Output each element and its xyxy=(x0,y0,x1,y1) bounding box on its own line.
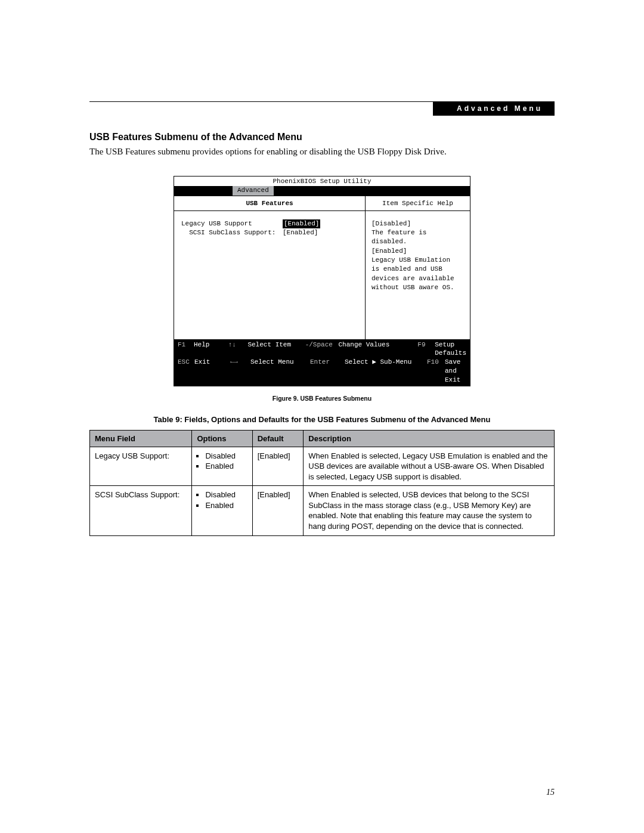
table-header: Menu Field xyxy=(90,430,192,447)
bios-help-line: The feature is disabled. xyxy=(371,228,464,247)
bios-footer-key: F10 xyxy=(427,358,445,385)
table-header: Description xyxy=(304,430,555,447)
page-number: 15 xyxy=(546,788,555,797)
bios-item-label: SCSI SubClass Support: xyxy=(181,228,283,237)
bios-footer-key: F1 xyxy=(178,340,194,358)
fields-table: Menu Field Options Default Description L… xyxy=(89,430,555,536)
bios-item-row: SCSI SubClass Support: [Enabled] xyxy=(181,228,358,237)
cell-default: [Enabled] xyxy=(252,447,304,486)
bios-items-pane: Legacy USB Support [Enabled] SCSI SubCla… xyxy=(174,211,365,339)
section-title: USB Features Submenu of the Advanced Men… xyxy=(89,132,555,143)
bios-help-title: Item Specific Help xyxy=(366,196,470,211)
cell-options: Disabled Enabled xyxy=(192,447,252,486)
figure-caption: Figure 9. USB Features Submenu xyxy=(89,395,555,402)
bios-footer-key: F9 xyxy=(417,340,435,358)
bios-footer-action: Save and Exit xyxy=(445,358,466,385)
bios-footer-key: Enter xyxy=(310,358,345,385)
bios-screenshot: PhoenixBIOS Setup Utility Advanced USB F… xyxy=(174,176,470,386)
bios-active-menu-tab: Advanced xyxy=(233,186,274,196)
cell-default: [Enabled] xyxy=(252,486,304,535)
bios-item-row: Legacy USB Support [Enabled] xyxy=(181,219,358,228)
bios-help-line: [Enabled] xyxy=(371,247,464,256)
bios-menubar: Advanced xyxy=(174,186,470,196)
cell-description: When Enabled is selected, USB devices th… xyxy=(304,486,555,535)
bios-footer-action: Exit xyxy=(194,358,230,385)
bios-help-line: Legacy USB Emulation xyxy=(371,256,464,265)
bios-footer: F1 Help ↑↓ Select Item -/Space Change Va… xyxy=(174,339,470,386)
bios-footer-key: ←→ xyxy=(230,358,250,385)
bios-footer-action: Help xyxy=(194,340,228,358)
table-row: Legacy USB Support: Disabled Enabled [En… xyxy=(90,447,555,486)
bios-footer-action: Select Menu xyxy=(250,358,310,385)
bios-footer-key: ↑↓ xyxy=(228,340,248,358)
table-header: Options xyxy=(192,430,252,447)
section-intro: The USB Features submenu provides option… xyxy=(89,146,555,158)
bios-footer-key: -/Space xyxy=(305,340,339,358)
bios-submenu-title: USB Features xyxy=(174,196,365,211)
cell-description: When Enabled is selected, Legacy USB Emu… xyxy=(304,447,555,486)
bios-item-value-selected: [Enabled] xyxy=(283,219,320,228)
top-rule: Advanced Menu xyxy=(89,101,555,102)
bios-help-line: is enabled and USB xyxy=(371,265,464,274)
bios-item-value: [Enabled] xyxy=(283,228,318,237)
table-caption: Table 9: Fields, Options and Defaults fo… xyxy=(89,415,555,424)
bios-utility-title: PhoenixBIOS Setup Utility xyxy=(174,176,470,186)
option-item: Disabled xyxy=(205,451,247,462)
bios-footer-action: Setup Defaults xyxy=(435,340,466,358)
option-item: Enabled xyxy=(205,500,247,511)
cell-options: Disabled Enabled xyxy=(192,486,252,535)
table-header-row: Menu Field Options Default Description xyxy=(90,430,555,447)
header-tag: Advanced Menu xyxy=(433,101,555,116)
bios-footer-action: Select Item xyxy=(247,340,305,358)
bios-help-pane: [Disabled] The feature is disabled. [Ena… xyxy=(366,211,470,339)
bios-footer-key: ESC xyxy=(178,358,194,385)
table-header: Default xyxy=(252,430,304,447)
bios-help-line: [Disabled] xyxy=(371,219,464,228)
option-item: Disabled xyxy=(205,490,247,500)
option-item: Enabled xyxy=(205,461,247,472)
bios-help-line: devices are available xyxy=(371,274,464,283)
cell-menu-field: Legacy USB Support: xyxy=(90,447,192,486)
bios-help-line: without USB aware OS. xyxy=(371,283,464,292)
bios-item-label: Legacy USB Support xyxy=(181,219,283,228)
bios-footer-action: Select ▶ Sub-Menu xyxy=(345,358,427,385)
cell-menu-field: SCSI SubClass Support: xyxy=(90,486,192,535)
table-row: SCSI SubClass Support: Disabled Enabled … xyxy=(90,486,555,535)
bios-footer-action: Change Values xyxy=(339,340,418,358)
